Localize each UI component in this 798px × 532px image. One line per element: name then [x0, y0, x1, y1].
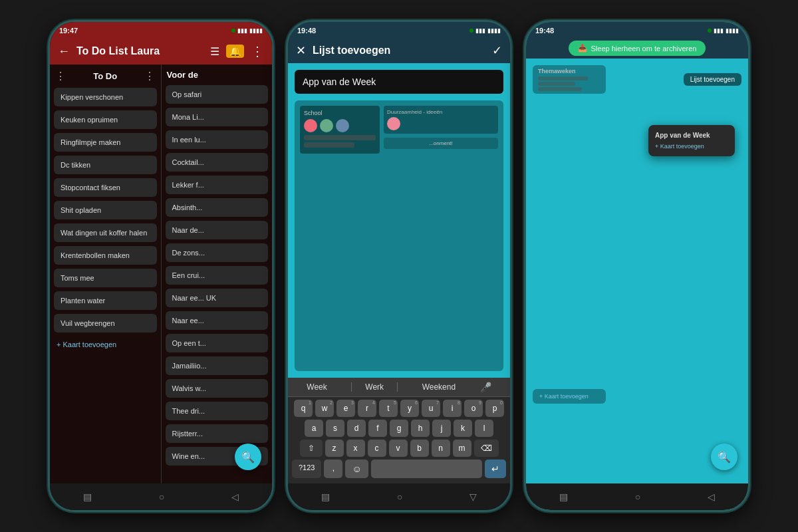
nav-back-3[interactable]: ◁	[708, 491, 715, 502]
card[interactable]: Naar ee...	[166, 311, 269, 330]
signal-2: ▮▮▮▮	[487, 27, 501, 34]
bell-icon[interactable]: 🔔	[226, 45, 244, 58]
add-card-floating[interactable]: + Kaart toevoegen	[655, 143, 728, 150]
key-t[interactable]: t5	[379, 400, 398, 417]
backspace-key[interactable]: ⌫	[474, 440, 499, 457]
card[interactable]: Krentenbollen maken	[54, 246, 157, 265]
key-e[interactable]: e3	[336, 400, 355, 417]
nav-home-3[interactable]: ○	[635, 491, 640, 502]
card[interactable]: Lekker f...	[166, 176, 269, 194]
archive-icon: 📥	[578, 44, 587, 53]
battery-dot-2	[469, 29, 473, 33]
card[interactable]: Ringfilmpje maken	[54, 133, 157, 152]
close-button[interactable]: ✕	[296, 43, 306, 58]
card[interactable]: Op een t...	[166, 334, 269, 352]
search-fab-1[interactable]: 🔍	[235, 444, 261, 470]
shift-key[interactable]: ⇧	[300, 440, 323, 457]
nav-back-1[interactable]: ◁	[231, 491, 239, 502]
key-v[interactable]: v	[389, 440, 408, 457]
key-f[interactable]: f	[368, 420, 387, 437]
column-menu-todo[interactable]: ⋮	[144, 70, 155, 82]
nav-menu-1[interactable]: ▤	[83, 491, 92, 502]
card[interactable]: Walvis w...	[166, 379, 269, 398]
suggestion-werk[interactable]: Werk	[351, 382, 398, 392]
nav-home-2[interactable]: ○	[397, 491, 402, 502]
time-1: 19:47	[59, 27, 78, 35]
key-k[interactable]: k	[454, 420, 472, 437]
card[interactable]: Rijstterr...	[166, 424, 269, 443]
card[interactable]: Thee dri...	[166, 402, 269, 420]
key-s[interactable]: s	[326, 420, 344, 437]
card[interactable]: Naar de...	[166, 221, 269, 239]
key-p[interactable]: p0	[485, 400, 504, 417]
card[interactable]: In een lu...	[166, 130, 269, 149]
key-c[interactable]: c	[368, 440, 386, 457]
nav-menu-3[interactable]: ▤	[559, 491, 568, 502]
card[interactable]: De zons...	[166, 243, 269, 262]
nav-menu-2[interactable]: ▤	[321, 491, 330, 502]
nav-home-1[interactable]: ○	[159, 491, 164, 502]
add-list-button[interactable]: Lijst toevoegen	[684, 73, 741, 86]
card[interactable]: Shit opladen	[54, 201, 157, 219]
key-d[interactable]: d	[347, 420, 366, 437]
card[interactable]: Keuken opruimen	[54, 110, 157, 129]
key-u[interactable]: u7	[422, 400, 440, 417]
key-q[interactable]: q1	[294, 400, 313, 417]
filter-icon[interactable]: ☰	[210, 45, 219, 58]
key-z[interactable]: z	[325, 440, 344, 457]
suggestion-week[interactable]: Week	[307, 382, 327, 392]
back-button[interactable]: ←	[58, 45, 70, 59]
key-x[interactable]: x	[346, 440, 365, 457]
space-key[interactable]	[371, 460, 482, 478]
confirm-button[interactable]: ✓	[492, 43, 502, 58]
key-o[interactable]: o9	[464, 400, 483, 417]
key-m[interactable]: m	[453, 440, 471, 457]
enter-key[interactable]: ↵	[485, 460, 506, 478]
card[interactable]: Dc tikken	[54, 156, 157, 174]
microphone-icon[interactable]: 🎤	[480, 382, 491, 392]
key-y[interactable]: y6	[400, 400, 419, 417]
nav-back-2[interactable]: ▽	[469, 491, 477, 502]
emoji-key[interactable]: ☺	[345, 460, 368, 478]
page-title: To Do List Laura	[76, 45, 203, 57]
key-a[interactable]: a	[305, 420, 323, 437]
card[interactable]: Op safari	[166, 85, 269, 104]
header-icons: ☰ 🔔 ⋮	[210, 43, 264, 59]
key-g[interactable]: g	[390, 420, 408, 437]
key-r[interactable]: r4	[358, 400, 376, 417]
column-dots-left[interactable]: ⋮	[55, 70, 66, 82]
time-3: 19:48	[535, 27, 554, 35]
card[interactable]: Cocktail...	[166, 153, 269, 172]
key-j[interactable]: j	[432, 420, 451, 437]
suggestion-weekend[interactable]: Weekend	[422, 382, 456, 392]
card[interactable]: Naar ee... UK	[166, 289, 269, 307]
preview-col-1: School	[300, 106, 380, 154]
card[interactable]: Kippen verschonen	[54, 88, 157, 106]
key-h[interactable]: h	[411, 420, 430, 437]
add-card-button-todo[interactable]: + Kaart toevoegen	[54, 336, 157, 352]
list-name-input[interactable]	[295, 70, 503, 94]
key-i[interactable]: i8	[443, 400, 462, 417]
status-bar-1: 19:47 ▮▮▮ ▮▮▮▮	[50, 22, 272, 38]
card[interactable]: Mona Li...	[166, 108, 269, 126]
card[interactable]: Planten water	[54, 291, 157, 310]
phone-1: 19:47 ▮▮▮ ▮▮▮▮ ← To Do List Laura ☰ 🔔 ⋮ …	[48, 20, 274, 512]
phone-3: 19:48 ▮▮▮ ▮▮▮▮ 📥 Sleep hierheen om te ar…	[524, 20, 750, 512]
battery-2: ▮▮▮	[475, 27, 485, 34]
card[interactable]: Absinth...	[166, 198, 269, 217]
card[interactable]: Toms mee	[54, 269, 157, 287]
card[interactable]: Stopcontact fiksen	[54, 178, 157, 197]
card[interactable]: Jamailiio...	[166, 356, 269, 375]
num-key[interactable]: ?123	[292, 460, 321, 478]
search-fab-3[interactable]: 🔍	[711, 444, 737, 470]
key-w[interactable]: w2	[315, 400, 334, 417]
key-l[interactable]: l	[475, 420, 493, 437]
card[interactable]: Wat dingen uit koffer halen	[54, 223, 157, 242]
key-b[interactable]: b	[410, 440, 429, 457]
card[interactable]: Een crui...	[166, 266, 269, 285]
more-icon[interactable]: ⋮	[251, 43, 264, 59]
archive-button[interactable]: 📥 Sleep hierheen om te archiveren	[569, 41, 706, 56]
card[interactable]: Vuil wegbrengen	[54, 314, 157, 332]
key-n[interactable]: n	[432, 440, 450, 457]
comma-key[interactable]: ,	[324, 460, 342, 478]
